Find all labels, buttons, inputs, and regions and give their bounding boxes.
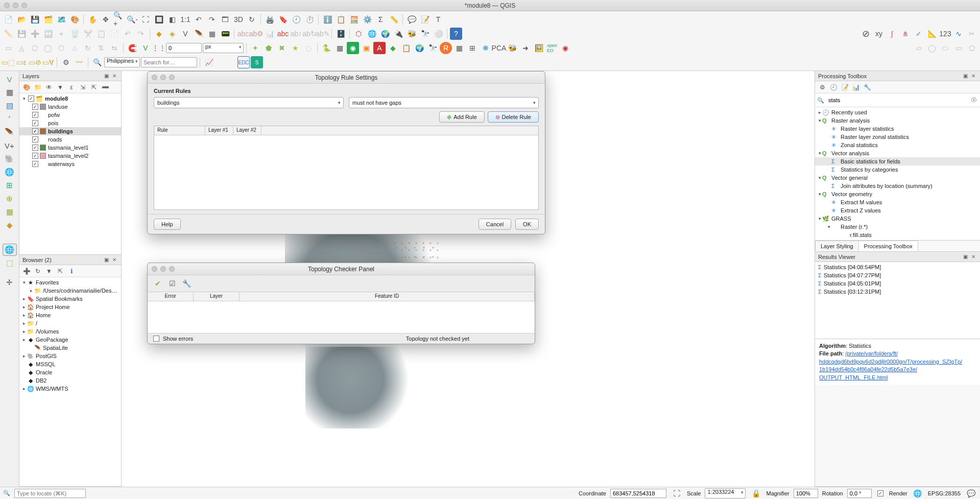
new-layout-icon[interactable]: 🗂️ [42, 13, 54, 26]
move-feature-icon[interactable]: ↔️ [42, 28, 54, 40]
col-featureid[interactable]: Feature ID [240, 292, 535, 301]
new-geopackage-icon[interactable]: ◈ [166, 28, 178, 40]
map-tips-icon[interactable]: 💬 [405, 13, 418, 26]
label-settings-icon[interactable]: ab⚙ [250, 28, 262, 40]
plugin-row3-l-icon[interactable]: ❋ [480, 42, 492, 54]
layout-manager-icon[interactable]: 🗺️ [55, 13, 67, 26]
sel-tool-1-icon[interactable]: ✦ [249, 42, 261, 54]
layer-group[interactable]: ▾✓🗂️module8 [19, 94, 121, 103]
rotation-input[interactable] [847, 489, 872, 498]
results-list[interactable]: ΣStatistics [04:08:54PM]ΣStatistics [04:… [815, 262, 980, 339]
zoom-out-icon[interactable]: 🔍- [126, 13, 138, 26]
shape-tool-3-icon[interactable]: ⬭ [939, 42, 951, 54]
plugin-row3-p-icon[interactable]: 🖼️ [533, 42, 545, 54]
layers-panel-undock-icon[interactable]: ▣ [103, 73, 110, 80]
browser-panel-close-icon[interactable]: ✕ [111, 256, 118, 264]
processing-undock-icon[interactable]: ▣ [962, 73, 969, 80]
sel-tool-4-icon[interactable]: ★ [289, 42, 301, 54]
crs-icon[interactable]: 🌐 [912, 487, 924, 500]
label-icon[interactable]: abc [237, 28, 249, 40]
map-canvas[interactable]: Topology Rule Settings Current Rules bui… [122, 71, 815, 487]
crosshair-icon[interactable]: ✛ [3, 276, 17, 289]
pan-selection-icon[interactable]: ✥ [100, 13, 112, 26]
select-all-icon[interactable]: ▭∀ [42, 56, 54, 68]
qgis2web-icon[interactable]: 🌐 [3, 244, 17, 256]
add-rule-button[interactable]: ⊕Add Rule [439, 111, 484, 123]
browser-item[interactable]: ◆Oracle [19, 368, 121, 376]
plugin-c-icon[interactable]: 🔌 [392, 28, 404, 40]
timemanager-icon[interactable]: ⏱️ [303, 13, 316, 26]
new-3d-view-icon[interactable]: 3D [232, 13, 245, 26]
cancel-button[interactable]: Cancel [479, 219, 511, 230]
browser-item[interactable]: ◆MSSQL [19, 360, 121, 368]
new-grid-layer-icon[interactable]: ▦ [206, 28, 218, 40]
add-delimited-icon[interactable]: ʼ [3, 113, 17, 125]
layer-item[interactable]: ✓tasmania_level1 [19, 144, 121, 152]
processing-item[interactable]: ΣJoin attributes by location (summary) [815, 182, 980, 190]
add-feature-icon[interactable]: ➕ [29, 28, 41, 40]
adv-dig-9-icon[interactable]: ⇆ [108, 42, 121, 54]
processing-item[interactable]: ▾QRaster analysis [815, 116, 980, 125]
qgis2web2-icon[interactable]: ⬚ [3, 257, 17, 269]
add-vector-icon[interactable]: V [3, 73, 17, 85]
new-project-icon[interactable]: 📄 [2, 13, 14, 26]
dialog-zoom-icon[interactable] [169, 75, 175, 80]
plugin-row3-h-icon[interactable]: 🔭 [426, 42, 439, 54]
extents-icon[interactable]: ⛶ [671, 487, 683, 500]
processing-item[interactable]: ✳Zonal statistics [815, 141, 980, 149]
print-layout-icon[interactable]: 🖨️ [264, 13, 276, 26]
snap-layer-icon[interactable]: V [139, 42, 152, 54]
col-layer[interactable]: Layer [194, 292, 240, 301]
save-edits-icon[interactable]: 💾 [15, 28, 28, 40]
move-label-icon[interactable]: ab↕ [290, 28, 302, 40]
saga-plugin-icon[interactable]: S [251, 56, 263, 68]
deselect-icon[interactable]: ▭⊘ [29, 56, 41, 68]
show-bookmarks-icon[interactable]: 🔖 [277, 13, 289, 26]
adv-dig-5-icon[interactable]: ⬡ [55, 42, 67, 54]
delete-rule-button[interactable]: ⊖Delete Rule [488, 111, 539, 123]
layer-item[interactable]: ✓tasmania_level2 [19, 152, 121, 160]
coord-capture-icon[interactable]: xy [873, 28, 885, 40]
identify-icon[interactable]: ℹ️ [321, 13, 333, 26]
browser-item[interactable]: ▾★Favorites [19, 278, 121, 287]
rule-layer-combo[interactable]: buildings [154, 97, 344, 108]
proc-history-icon[interactable]: 🕘 [828, 82, 839, 92]
plugin-row3-e-icon[interactable]: ◆ [387, 42, 399, 54]
clear-search-icon[interactable]: ⓧ [970, 96, 978, 104]
help-button[interactable]: Help [154, 219, 181, 230]
topology-checker-icon[interactable]: ⬡ [352, 28, 365, 40]
browser-item[interactable]: ▸◆GeoPackage [19, 336, 121, 344]
col-layer2[interactable]: Layer #2 [233, 126, 261, 135]
browser-refresh-icon[interactable]: ↻ [33, 266, 43, 276]
add-mesh-icon[interactable]: ▤ [3, 100, 17, 112]
plugin-row3-k-icon[interactable]: ⊞ [466, 42, 479, 54]
ok-button[interactable]: OK [515, 219, 539, 230]
new-shapefile-icon[interactable]: ◆ [153, 28, 165, 40]
add-wcs-icon[interactable]: ⊞ [3, 179, 17, 192]
statistics-icon[interactable]: Σ [374, 13, 387, 26]
vec-tool2-icon[interactable]: ⋔ [899, 28, 912, 40]
browser-item[interactable]: ▸🏠Home [19, 311, 121, 319]
rotate-label-icon[interactable]: ab↻ [303, 28, 316, 40]
zoom-last-icon[interactable]: ↶ [193, 13, 205, 26]
adv-dig-7-icon[interactable]: ↻ [82, 42, 94, 54]
filepath-link-2[interactable]: hddcqdqd6bd9pqv6d2qdjllr0000gn/T/process… [819, 359, 962, 365]
result-item[interactable]: ΣStatistics [04:05:01PM] [815, 279, 980, 288]
layer-add-group-icon[interactable]: 📁 [33, 82, 43, 92]
zoom-full-icon[interactable]: ⛶ [139, 13, 152, 26]
plugin-row3-q-icon[interactable]: openEO [546, 42, 558, 54]
processing-item[interactable]: ✳Raster layer statistics [815, 125, 980, 133]
messages-icon[interactable]: 💬 [965, 487, 977, 500]
plugin-row3-b-icon[interactable]: ◉ [347, 42, 359, 54]
processing-search-input[interactable] [826, 95, 970, 105]
quickosm-icon[interactable]: 〰 [73, 56, 85, 68]
vec-tool7-icon[interactable]: ✂ [966, 28, 978, 40]
style-manager-icon[interactable]: 🎨 [68, 13, 81, 26]
coord-input[interactable] [610, 489, 666, 498]
browser-item[interactable]: ◆DB2 [19, 376, 121, 385]
sel-tool-5-icon[interactable]: ◌ [302, 42, 315, 54]
proc-options-icon[interactable]: 🔧 [862, 82, 872, 92]
delete-selected-icon[interactable]: 🗑️ [68, 28, 81, 40]
browser-item[interactable]: 🪶SpatiaLite [19, 344, 121, 352]
save-project-icon[interactable]: 💾 [29, 13, 41, 26]
